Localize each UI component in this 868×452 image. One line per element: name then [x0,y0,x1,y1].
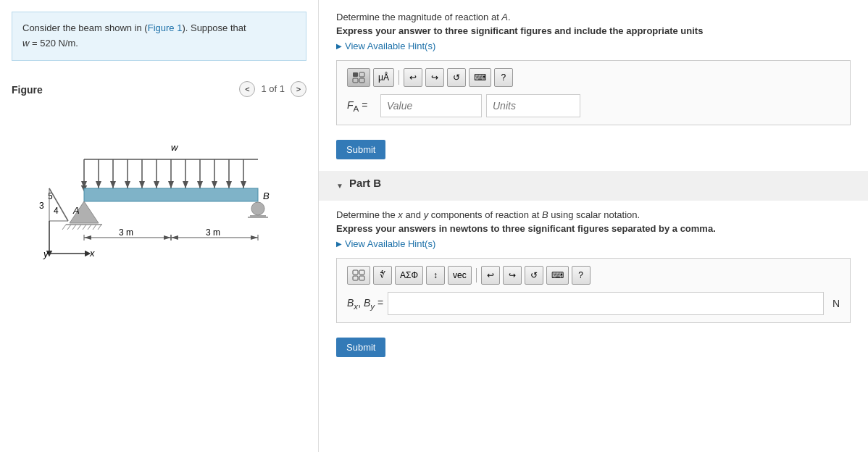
part-a-mua-btn[interactable]: μÅ [373,68,394,87]
part-b-sigma-btn[interactable]: ΑΣΦ [395,266,423,285]
equation-eq: = 520 N/m [29,38,75,49]
svg-marker-22 [212,181,217,188]
figure-header: Figure < 1 of 1 > [12,81,306,103]
part-a-express: Express your answer to three significant… [336,25,851,36]
svg-line-38 [49,188,68,221]
part-b-keyboard-btn[interactable]: ⌨ [546,266,569,285]
svg-line-29 [78,225,81,230]
part-a-keyboard-btn[interactable]: ⌨ [469,68,491,87]
label-a: A [72,205,80,216]
ratio-3: 3 [39,201,44,211]
part-b-answer-box: ∜ ΑΣΦ ↕ vec ↩ ↪ ↺ ⌨ ? Bx, By = N [336,258,851,323]
part-b-label: Bx, By = [347,297,383,311]
x-axis-label: x [89,248,95,259]
load-label: w [171,142,179,153]
figure-link[interactable]: Figure 1 [148,22,183,33]
part-a-toolbar: μÅ ↩ ↪ ↺ ⌨ ? [347,68,840,87]
part-b-refresh-btn[interactable]: ↺ [525,266,543,285]
svg-rect-55 [353,270,358,275]
part-b-matrix-btn[interactable] [347,266,370,285]
svg-line-27 [67,225,71,230]
part-b-toggle[interactable]: Part B [336,177,851,195]
svg-rect-52 [359,72,364,77]
right-panel: Determine the magnitude of reaction at A… [319,0,868,452]
part-a-redo-btn[interactable]: ↪ [425,68,444,87]
part-b-toolbar: ∜ ΑΣΦ ↕ vec ↩ ↪ ↺ ⌨ ? [347,266,840,285]
figure-nav: < 1 of 1 > [239,81,306,97]
svg-rect-56 [359,270,364,275]
svg-marker-21 [197,181,203,188]
figure-label: Figure [12,84,43,96]
svg-marker-44 [84,235,91,240]
svg-marker-17 [139,181,145,188]
part-b-content: Determine the x and y components of reac… [336,201,851,357]
left-panel: Consider the beam shown in (Figure 1). S… [0,0,319,452]
ratio-4: 4 [54,206,59,216]
problem-text-suffix: ). Suppose that [182,22,246,33]
part-a-help-btn[interactable]: ? [494,68,513,87]
dim-3m-left: 3 m [119,227,133,238]
label-b: B [263,191,270,201]
svg-line-32 [93,225,96,230]
dim-3m-right: 3 m [206,227,220,238]
part-b-vec-btn[interactable]: vec [448,266,472,285]
part-a-section: Determine the magnitude of reaction at A… [336,12,851,159]
next-figure-button[interactable]: > [291,81,306,97]
figure-svg: w [12,109,301,319]
part-b-hint[interactable]: View Available Hint(s) [336,238,851,249]
svg-marker-18 [154,181,159,188]
part-a-hint[interactable]: View Available Hint(s) [336,41,851,51]
svg-line-31 [88,225,91,230]
svg-marker-23 [226,181,232,188]
part-a-matrix-btn[interactable] [347,68,370,87]
part-b-determine: Determine the x and y components of reac… [336,209,851,220]
part-b-header-bar: Part B [319,171,868,201]
part-b-title: Part B [349,177,381,189]
part-a-determine: Determine the magnitude of reaction at A… [336,12,851,22]
figure-count: 1 of 1 [261,83,285,94]
part-a-input-row: FA = [347,94,840,117]
part-b-arrows-btn[interactable]: ↕ [426,266,445,285]
part-a-submit-button[interactable]: Submit [336,140,385,159]
svg-marker-13 [81,181,87,188]
svg-marker-24 [241,181,246,188]
part-b-input-row: Bx, By = N [347,292,840,315]
toolbar-sep-2 [476,268,477,282]
svg-line-26 [62,225,66,230]
part-b-submit-button[interactable]: Submit [336,338,385,357]
svg-rect-58 [359,276,364,280]
part-a-answer-box: μÅ ↩ ↪ ↺ ⌨ ? FA = [336,60,851,125]
svg-marker-16 [125,181,130,188]
svg-rect-53 [353,78,358,83]
part-b-undo-btn[interactable]: ↩ [481,266,500,285]
svg-marker-19 [168,181,174,188]
part-a-undo-btn[interactable]: ↩ [404,68,422,87]
svg-marker-14 [96,181,101,188]
svg-marker-15 [110,181,116,188]
part-a-value-input[interactable] [380,94,482,117]
svg-marker-20 [183,181,188,188]
problem-statement: Consider the beam shown in (Figure 1). S… [12,12,306,61]
svg-rect-51 [353,72,358,77]
svg-marker-45 [164,235,171,240]
part-b-express: Express your answers in newtons to three… [336,223,851,234]
equation: w [22,38,29,49]
figure-area: w [12,109,306,321]
support-b-roller [251,202,264,215]
svg-rect-54 [359,78,364,83]
distributed-load [81,159,258,188]
svg-rect-57 [353,276,358,280]
part-b-value-input[interactable] [388,292,824,315]
part-a-label: FA = [347,99,376,113]
svg-line-30 [83,225,86,230]
part-b-redo-btn[interactable]: ↪ [503,266,522,285]
part-b-help-btn[interactable]: ? [572,266,591,285]
svg-marker-50 [251,235,258,240]
prev-figure-button[interactable]: < [239,81,255,97]
svg-line-28 [72,225,76,230]
part-a-refresh-btn[interactable]: ↺ [447,68,466,87]
part-b-radical-btn[interactable]: ∜ [373,266,392,285]
svg-line-33 [98,225,101,230]
part-a-units-input[interactable] [486,94,580,117]
y-axis-label: y [43,248,49,259]
